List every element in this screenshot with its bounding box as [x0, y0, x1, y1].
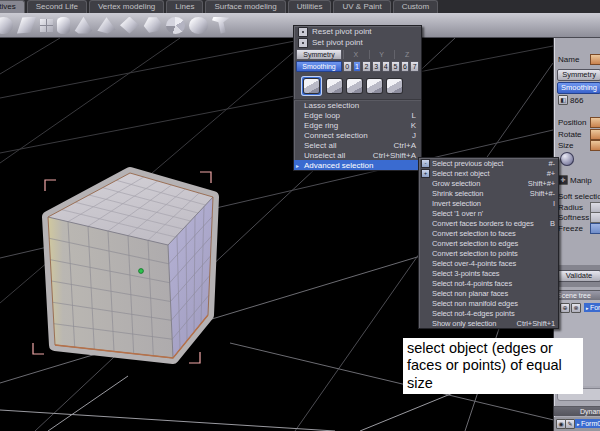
submenu-item-show-only-selection[interactable]: Show only selectionCtrl+Shift+1	[419, 318, 558, 328]
submenu-item-select-previous-object[interactable]: Select previous object#-	[419, 158, 558, 168]
freeze-field[interactable]	[590, 223, 600, 234]
manipulator-sphere-icon[interactable]	[560, 152, 574, 166]
ball-icon[interactable]	[189, 17, 208, 34]
tab-utilities[interactable]: Utilities	[288, 0, 332, 13]
submenu-item-select-1-over-n[interactable]: Select '1 over n'	[419, 208, 558, 218]
symmetry-button[interactable]: Symmetry	[557, 69, 600, 81]
radius-label: Radius	[558, 203, 583, 212]
cylinder-icon[interactable]	[57, 17, 70, 34]
submenu-item-convert-selection-to-points[interactable]: Convert selection to points	[419, 248, 558, 258]
advanced-selection-submenu: Select previous object#- Select next obj…	[418, 157, 559, 329]
submenu-item-convert-selection-to-edges[interactable]: Convert selection to edges	[419, 238, 558, 248]
tab-uv-paint[interactable]: UV & Paint	[333, 0, 390, 13]
symmetry-button[interactable]: Symmetry	[296, 49, 342, 60]
manip-label: Manip	[570, 176, 592, 185]
smoothing-level-2[interactable]: 2	[362, 61, 371, 72]
rotate-field[interactable]	[590, 129, 600, 140]
smooth-cube-4-icon[interactable]	[387, 79, 402, 93]
freeze-label: Freeze	[558, 224, 583, 233]
menu-item-unselect-all[interactable]: Unselect allCtrl+Shift+A	[294, 150, 421, 160]
smoothing-button[interactable]: Smoothing	[296, 61, 342, 72]
tab-second-life[interactable]: Second Life	[27, 0, 87, 13]
submenu-item-grow-selection[interactable]: Grow selectionShift+#+	[419, 178, 558, 188]
size-label: Size	[558, 141, 574, 150]
geosphere-icon[interactable]	[166, 17, 185, 34]
smoothing-row: Smoothing 0 1 2 3 4 5 6 7	[294, 60, 421, 72]
soft-selection-label: Soft selection	[558, 192, 600, 201]
menu-item-lasso-selection[interactable]: Lasso selection	[294, 100, 421, 110]
reset-pivot-icon	[298, 27, 308, 37]
name-field[interactable]	[590, 54, 600, 65]
menu-item-advanced-selection[interactable]: Advanced selection	[294, 160, 421, 170]
submenu-item-select-over-4-points-faces[interactable]: Select over-4-points faces	[419, 258, 558, 268]
smooth-cube-1-icon[interactable]	[327, 79, 342, 93]
diamond-icon[interactable]	[120, 17, 139, 34]
submenu-item-select-next-object[interactable]: Select next object#+	[419, 168, 558, 178]
menu-item-reset-pivot[interactable]: Reset pivot point	[294, 26, 421, 37]
softness-field[interactable]	[590, 212, 600, 223]
plane-icon[interactable]	[17, 17, 36, 34]
add-icon[interactable]	[560, 303, 570, 313]
tab-surface-modeling[interactable]: Surface modeling	[205, 0, 285, 13]
menu-item-set-pivot[interactable]: Set pivot point	[294, 37, 421, 48]
menu-item-connect-selection[interactable]: Connect selectionJ	[294, 130, 421, 140]
position-label: Position	[558, 118, 586, 127]
smoothing-level-0[interactable]: 0	[343, 61, 352, 72]
selected-vertex-dot	[139, 269, 144, 274]
menu-item-edge-ring[interactable]: Edge ringK	[294, 120, 421, 130]
smooth-cube-0-icon[interactable]	[301, 76, 322, 96]
edit-icon[interactable]	[565, 419, 575, 429]
tab-lines[interactable]: Lines	[166, 0, 203, 13]
smoothing-level-1[interactable]: 1	[353, 61, 362, 72]
scene-tree-header: Scene tree	[554, 290, 600, 300]
set-pivot-icon	[298, 38, 308, 48]
softness-label: Softness	[558, 213, 589, 222]
smoothing-level-4[interactable]: 4	[382, 61, 391, 72]
sphere-icon[interactable]	[0, 17, 13, 34]
smoothing-level-3[interactable]: 3	[372, 61, 381, 72]
select-next-icon	[421, 169, 430, 178]
dynamic-item[interactable]: Form0	[575, 419, 600, 428]
grid-icon[interactable]	[40, 19, 53, 32]
smooth-cube-3-icon[interactable]	[367, 79, 382, 93]
delete-icon[interactable]	[571, 303, 581, 313]
submenu-item-convert-selection-to-faces[interactable]: Convert selection to faces	[419, 228, 558, 238]
cone-icon[interactable]	[74, 17, 93, 34]
submenu-item-select-not-4-edges-points[interactable]: Select not-4-edges points	[419, 308, 558, 318]
position-field[interactable]	[590, 117, 600, 128]
size-field[interactable]	[590, 140, 600, 151]
submenu-item-convert-faces-borders-to-edges[interactable]: Convert faces borders to edgesB	[419, 218, 558, 228]
tab-primitives[interactable]: Primitives	[0, 0, 25, 13]
submenu-item-shrink-selection[interactable]: Shrink selectionShift+#-	[419, 188, 558, 198]
tab-vertex-modeling[interactable]: Vertex modeling	[89, 0, 164, 13]
menu-item-select-all[interactable]: Select allCtrl+A	[294, 140, 421, 150]
smoothing-level-6[interactable]: 6	[401, 61, 410, 72]
polygon-count: 866	[570, 96, 583, 105]
dynamic-header: Dynamic geometry	[554, 406, 600, 416]
screw-icon[interactable]	[212, 17, 231, 34]
validate-button[interactable]: Validate	[557, 270, 600, 282]
axis-x[interactable]: X	[343, 50, 368, 59]
symmetry-row: Symmetry X Y Z	[294, 48, 421, 60]
polyhedron-icon[interactable]	[143, 17, 162, 34]
axis-y[interactable]: Y	[369, 50, 394, 59]
select-previous-icon	[421, 159, 430, 168]
menu-item-edge-loop[interactable]: Edge loopL	[294, 110, 421, 120]
rotate-label: Rotate	[558, 130, 582, 139]
submenu-item-select-non-manifold-edges[interactable]: Select non manifold edges	[419, 298, 558, 308]
cube-object	[25, 162, 225, 372]
smooth-cube-2-icon[interactable]	[347, 79, 362, 93]
submenu-item-invert-selection[interactable]: Invert selectionI	[419, 198, 558, 208]
tab-custom[interactable]: Custom	[393, 0, 439, 13]
submenu-item-select-non-planar-faces[interactable]: Select non planar faces	[419, 288, 558, 298]
submenu-item-select-not-4-points-faces[interactable]: Select not-4-points faces	[419, 278, 558, 288]
smoothing-button[interactable]: Smoothing	[557, 82, 600, 94]
polygon-count-icon	[558, 95, 568, 105]
smoothing-level-5[interactable]: 5	[391, 61, 400, 72]
smoothing-presets-row	[294, 72, 421, 100]
submenu-item-select-3-points-faces[interactable]: Select 3-points faces	[419, 268, 558, 278]
smoothing-level-7[interactable]: 7	[410, 61, 419, 72]
scene-tree-item[interactable]: Form0	[584, 303, 600, 312]
axis-z[interactable]: Z	[394, 50, 419, 59]
pyramid-icon[interactable]	[97, 17, 116, 34]
